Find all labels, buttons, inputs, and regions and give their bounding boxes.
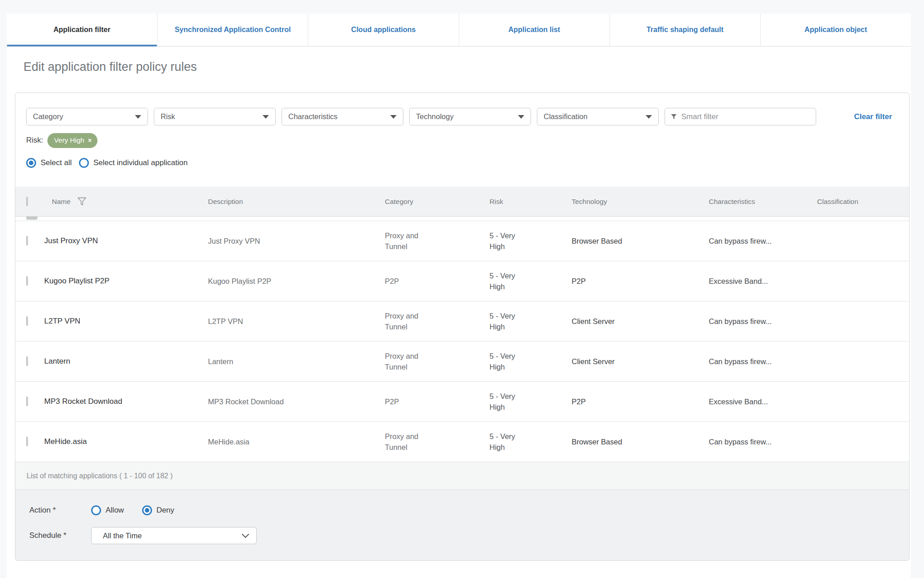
app-category: Proxy and Tunnel [385,310,435,332]
app-risk: 5 - Very High [490,351,527,372]
select-individual-option[interactable]: Select individual application [79,158,188,168]
select-all-radio[interactable] [26,158,36,168]
row-checkbox[interactable] [26,276,28,286]
column-header-characteristics: Characteristics [709,198,817,206]
tab-application-list[interactable]: Application list [459,14,610,46]
row-checkbox[interactable] [26,397,28,406]
technology-filter-label: Technology [416,112,518,121]
app-characteristics: Can bypass firew... [709,357,772,365]
tab-cloud-applications[interactable]: Cloud applications [308,14,458,46]
chevron-down-icon [242,534,249,538]
app-risk: 5 - Very High [490,230,527,252]
tab-application-filter[interactable]: Application filter [7,14,157,46]
app-name: MP3 Rocket Download [44,397,122,406]
app-characteristics: Can bypass firew... [709,438,772,446]
partial-row-checkbox [26,217,37,220]
action-label: Action * [29,506,91,515]
chip-text: Very High [54,136,84,144]
app-technology: P2P [572,398,586,406]
table-row: Lantern Lantern Proxy and Tunnel 5 - Ver… [15,342,909,382]
schedule-row: Schedule * All the Time [29,527,898,544]
risk-filter-label: Risk [161,112,263,121]
tab-bar: Application filter Synchronized Applicat… [7,14,911,46]
app-technology: Browser Based [572,237,622,245]
column-header-name: Name [52,198,70,206]
app-characteristics: Can bypass firew... [709,237,772,245]
selection-mode-row: Select all Select individual application [15,148,909,168]
select-all-option[interactable]: Select all [26,158,72,168]
table-row: L2TP VPN L2TP VPN Proxy and Tunnel 5 - V… [15,301,909,342]
app-name: Just Proxy VPN [44,236,98,245]
select-all-label: Select all [41,158,72,167]
app-risk: 5 - Very High [490,270,527,292]
smart-filter-funnel-icon [670,113,677,120]
app-characteristics: Can bypass firew... [709,317,772,325]
action-row: Action * Allow Deny [29,505,898,515]
app-technology: Browser Based [572,438,622,446]
app-category: Proxy and Tunnel [385,431,435,453]
app-risk: 5 - Very High [490,310,527,332]
characteristics-filter-label: Characteristics [288,112,390,121]
app-description: Just Proxy VPN [208,237,260,245]
select-individual-radio[interactable] [79,158,89,168]
policy-rules-panel: Category Risk Characteristics Technology… [15,92,910,561]
name-filter-funnel-icon[interactable] [77,196,87,207]
action-deny-option[interactable]: Deny [142,505,175,515]
deny-label: Deny [157,506,175,515]
tab-application-object[interactable]: Application object [760,14,911,46]
tab-synchronized-application-control[interactable]: Synchronized Application Control [157,14,308,46]
table-footer: List of matching applications ( 1 - 100 … [15,462,909,490]
matching-applications-count: List of matching applications ( 1 - 100 … [27,472,173,480]
row-checkbox[interactable] [26,356,28,366]
app-description: Lantern [208,357,233,365]
row-checkbox[interactable] [26,437,28,446]
table-row: MP3 Rocket Download MP3 Rocket Download … [15,382,909,422]
table-row: Just Proxy VPN Just Proxy VPN Proxy and … [15,221,909,261]
clear-filter-link[interactable]: Clear filter [854,112,892,121]
category-filter-select[interactable]: Category [26,108,148,125]
caret-down-icon [390,115,397,119]
caret-down-icon [135,115,141,119]
allow-label: Allow [106,506,124,515]
technology-filter-select[interactable]: Technology [409,108,531,125]
partial-scrolled-row [15,217,909,221]
app-description: Kugoo Playlist P2P [208,277,271,285]
action-allow-option[interactable]: Allow [91,505,124,515]
app-risk: 5 - Very High [490,391,527,412]
app-technology: P2P [572,277,586,285]
app-frame: Application filter Synchronized Applicat… [7,14,911,578]
deny-radio[interactable] [142,505,152,515]
schedule-value: All the Time [103,532,242,540]
risk-very-high-chip: Very High × [47,133,97,148]
table-row: Kugoo Playlist P2P Kugoo Playlist P2P P2… [15,261,909,301]
app-name: L2TP VPN [44,317,80,325]
characteristics-filter-select[interactable]: Characteristics [282,108,403,125]
row-checkbox[interactable] [26,236,28,245]
classification-filter-select[interactable]: Classification [537,108,659,125]
app-name: MeHide.asia [44,437,87,446]
column-header-category: Category [385,198,490,206]
risk-filter-select[interactable]: Risk [154,108,276,125]
category-filter-label: Category [33,112,135,121]
allow-radio[interactable] [91,505,101,515]
table-body: Just Proxy VPN Just Proxy VPN Proxy and … [15,221,909,462]
active-filter-label: Risk: [26,136,43,145]
page-title: Edit application filter policy rules [7,46,911,75]
app-category: Proxy and Tunnel [385,351,435,372]
table-header: Name Description Category Risk Technolog… [15,187,909,217]
smart-filter-box [665,108,816,125]
schedule-label: Schedule * [29,531,91,540]
app-technology: Client Server [572,317,614,325]
app-category: P2P [385,276,399,287]
schedule-select[interactable]: All the Time [91,527,257,544]
select-all-checkbox[interactable] [26,197,28,206]
app-description: MeHide.asia [208,438,249,446]
app-category: P2P [385,396,399,407]
chip-remove-icon[interactable]: × [88,137,92,143]
app-characteristics: Excessive Band... [709,277,768,285]
tab-traffic-shaping-default[interactable]: Traffic shaping default [610,14,760,46]
row-checkbox[interactable] [26,316,28,326]
column-header-classification: Classification [817,198,909,206]
smart-filter-input[interactable] [681,112,810,121]
table-row: MeHide.asia MeHide.asia Proxy and Tunnel… [15,422,909,462]
